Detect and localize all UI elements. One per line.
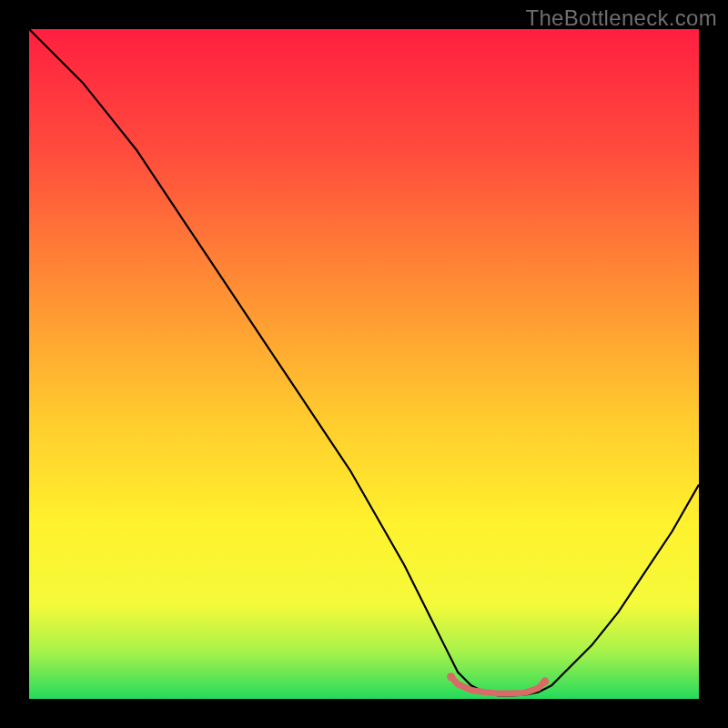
watermark-text: TheBottleneck.com bbox=[525, 5, 717, 31]
highlight-end-dot-left bbox=[447, 672, 455, 681]
chart-svg bbox=[29, 29, 699, 699]
highlight-end-dot-right bbox=[541, 677, 549, 685]
chart-background-gradient bbox=[29, 29, 699, 699]
chart-area bbox=[29, 29, 699, 699]
